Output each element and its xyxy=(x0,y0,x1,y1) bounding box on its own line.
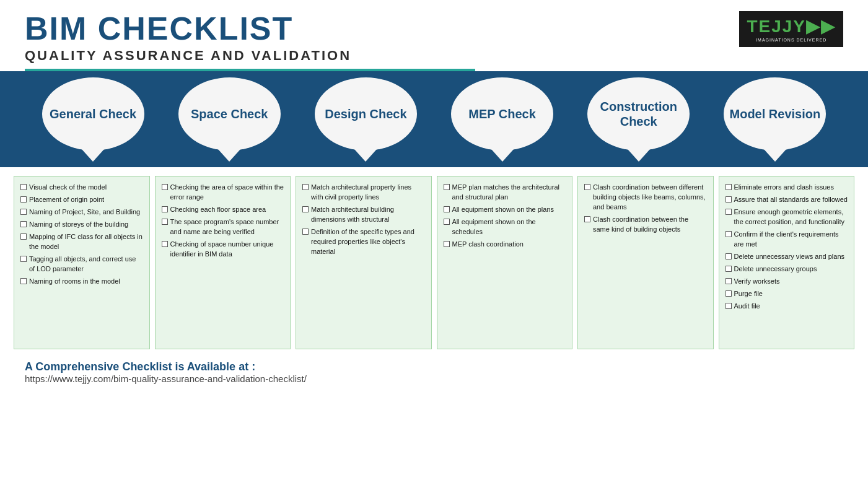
checklist-item[interactable]: Checking each floor space area xyxy=(162,205,284,215)
checklist-item[interactable]: Delete unnecessary groups xyxy=(726,264,848,274)
checklist-item-text: Delete unnecessary groups xyxy=(734,264,817,274)
bubble-wrap-general-check: General Check xyxy=(42,77,144,164)
footer: A Comprehensive Checklist is Available a… xyxy=(0,355,868,384)
checkbox-icon[interactable] xyxy=(726,290,732,297)
checklist-item[interactable]: Mapping of IFC class for all objects in … xyxy=(20,232,143,252)
checklist-item[interactable]: Assure that all standards are followed xyxy=(726,195,848,205)
checkbox-icon[interactable] xyxy=(726,266,732,272)
checkbox-icon[interactable] xyxy=(444,206,450,212)
checklist-col-construction: Clash coordination between different bui… xyxy=(577,176,714,349)
checkbox-icon[interactable] xyxy=(726,278,732,284)
bubble-wrap-space-check: Space Check xyxy=(178,77,281,164)
checklist-item[interactable]: Audit file xyxy=(726,302,848,312)
checklist-item-text: Checking each floor space area xyxy=(170,205,266,215)
checklist-item[interactable]: The space program's space number and nam… xyxy=(162,217,284,237)
main-title: BIM CHECKLIST xyxy=(25,11,351,46)
checkbox-icon[interactable] xyxy=(20,278,27,284)
checkbox-icon[interactable] xyxy=(162,184,168,190)
checkbox-icon[interactable] xyxy=(20,209,27,215)
page-header: BIM CHECKLIST QUALITY ASSURANCE AND VALI… xyxy=(0,0,868,69)
checkbox-icon[interactable] xyxy=(726,253,732,259)
checkbox-icon[interactable] xyxy=(726,303,732,309)
checklist-item[interactable]: Visual check of the model xyxy=(20,183,143,193)
checklist-item[interactable]: Ensure enough geometric elements, the co… xyxy=(726,207,848,227)
logo-arrow-icon: ▶▶ xyxy=(806,17,836,36)
checklist-item[interactable]: All equipment shown on the plans xyxy=(444,205,566,215)
checklist-item[interactable]: MEP plan matches the architectural and s… xyxy=(444,183,566,203)
checklist-item[interactable]: Verify worksets xyxy=(726,277,848,287)
checkbox-icon[interactable] xyxy=(20,256,27,262)
checkbox-icon[interactable] xyxy=(444,184,450,190)
checklist-item[interactable]: Definition of the specific types and req… xyxy=(302,227,425,257)
checklist-item[interactable]: MEP clash coordination xyxy=(444,240,566,250)
checkbox-icon[interactable] xyxy=(726,184,732,190)
checklist-item-text: Match architectural property lines with … xyxy=(311,183,425,203)
checkbox-icon[interactable] xyxy=(726,231,732,237)
checkbox-icon[interactable] xyxy=(162,241,168,247)
checkbox-icon[interactable] xyxy=(20,184,27,190)
checklist-item[interactable]: Checking the area of space within the er… xyxy=(162,183,284,203)
bubble-construction-check: Construction Check xyxy=(587,77,690,150)
logo-text: TEJJY▶▶ xyxy=(747,16,836,37)
checklist-item[interactable]: Purge file xyxy=(726,289,848,299)
checkbox-icon[interactable] xyxy=(726,196,732,203)
checklist-item-text: Verify worksets xyxy=(734,277,780,287)
checklist-item[interactable]: Checking of space number unique identifi… xyxy=(162,240,284,259)
checkbox-icon[interactable] xyxy=(444,219,450,225)
bubble-design-check: Design Check xyxy=(315,77,417,150)
checkbox-icon[interactable] xyxy=(20,233,27,240)
checklist-item-text: All equipment shown on the plans xyxy=(452,205,555,215)
checklist-item[interactable]: Naming of storeys of the building xyxy=(20,220,143,230)
checkbox-icon[interactable] xyxy=(162,219,168,225)
checklist-item-text: Clash coordination between different bui… xyxy=(593,183,707,212)
checklist-item[interactable]: Tagging all objects, and correct use of … xyxy=(20,255,143,274)
footer-title: A Comprehensive Checklist is Available a… xyxy=(25,360,843,373)
bubble-wrap-mep-check: MEP Check xyxy=(451,77,553,164)
checklist-item-text: Checking of space number unique identifi… xyxy=(170,240,284,259)
sub-title: QUALITY ASSURANCE AND VALIDATION xyxy=(25,48,351,64)
checklist-item-text: The space program's space number and nam… xyxy=(170,217,284,237)
checklist-item[interactable]: Naming of Project, Site, and Building xyxy=(20,207,143,217)
checkbox-icon[interactable] xyxy=(302,184,309,190)
bubble-mep-check: MEP Check xyxy=(451,77,553,150)
checklist-item-text: Mapping of IFC class for all objects in … xyxy=(29,232,143,252)
checklist-item-text: Naming of Project, Site, and Building xyxy=(29,207,140,217)
checkbox-icon[interactable] xyxy=(162,206,168,212)
checklist-col-revision: Eliminate errors and clash issuesAssure … xyxy=(719,176,855,349)
checklist-col-mep: MEP plan matches the architectural and s… xyxy=(437,176,573,349)
checkbox-icon[interactable] xyxy=(444,241,450,247)
checkbox-icon[interactable] xyxy=(20,196,27,203)
checklist-item[interactable]: Match architectural building dimensions … xyxy=(302,205,425,225)
checklist-item-text: Definition of the specific types and req… xyxy=(311,227,425,257)
checklist-item[interactable]: Naming of rooms in the model xyxy=(20,277,143,287)
checklist-col-space: Checking the area of space within the er… xyxy=(155,176,291,349)
checkbox-icon[interactable] xyxy=(302,229,309,235)
banner: General CheckSpace CheckDesign CheckMEP … xyxy=(0,71,868,167)
checklist-col-general: Visual check of the modelPlacement of or… xyxy=(14,176,150,349)
checklist-item[interactable]: Eliminate errors and clash issues xyxy=(726,183,848,193)
checklist-item-text: Confirm if the client's requirements are… xyxy=(734,230,848,250)
checklist-section: Visual check of the modelPlacement of or… xyxy=(0,170,868,355)
checkbox-icon[interactable] xyxy=(20,221,27,227)
checkbox-icon[interactable] xyxy=(302,206,309,212)
checklist-item[interactable]: Delete unnecessary views and plans xyxy=(726,252,848,262)
checkbox-icon[interactable] xyxy=(726,209,732,215)
checklist-item-text: Eliminate errors and clash issues xyxy=(734,183,834,193)
checklist-item[interactable]: Placement of origin point xyxy=(20,195,143,205)
company-logo: TEJJY▶▶ IMAGINATIONS DELIVERED xyxy=(739,11,843,47)
checklist-item-text: Purge file xyxy=(734,289,763,299)
checklist-item-text: MEP clash coordination xyxy=(452,240,524,250)
checklist-item[interactable]: All equipment shown on the schedules xyxy=(444,217,566,237)
bubble-wrap-design-check: Design Check xyxy=(315,77,417,164)
logo-tagline: IMAGINATIONS DELIVERED xyxy=(756,38,826,42)
checklist-item[interactable]: Match architectural property lines with … xyxy=(302,183,425,203)
checkbox-icon[interactable] xyxy=(584,184,590,190)
checklist-item[interactable]: Clash coordination between the same kind… xyxy=(584,215,707,235)
checklist-item[interactable]: Confirm if the client's requirements are… xyxy=(726,230,848,250)
checklist-item-text: MEP plan matches the architectural and s… xyxy=(452,183,566,203)
checklist-col-design: Match architectural property lines with … xyxy=(296,176,432,349)
checklist-item[interactable]: Clash coordination between different bui… xyxy=(584,183,707,212)
checkbox-icon[interactable] xyxy=(584,216,590,222)
checklist-item-text: Naming of rooms in the model xyxy=(29,277,120,287)
bubble-model-revision: Model Revision xyxy=(724,77,826,150)
